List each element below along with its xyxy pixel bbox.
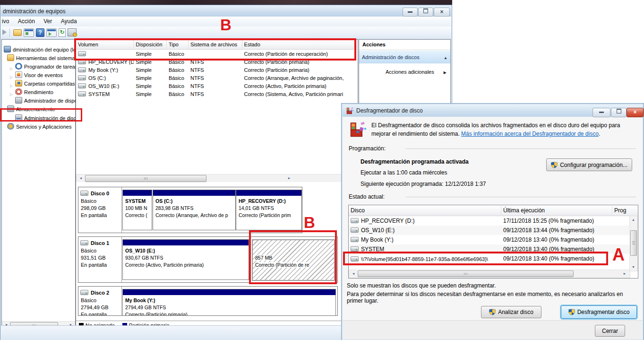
partition-hp-recovery[interactable]: HP_RECOVERY (D:)14,01 GB NTFSCorrecto (P… bbox=[236, 190, 302, 230]
close-button[interactable] bbox=[627, 108, 644, 117]
minimize-button[interactable] bbox=[592, 108, 610, 117]
disk-size: 2794,49 GB bbox=[81, 305, 109, 310]
disk-type: Básico bbox=[81, 248, 96, 253]
scroll-down-icon[interactable] bbox=[630, 264, 636, 270]
defrag-note-1: Solo se muestran los discos que se puede… bbox=[347, 282, 496, 289]
configure-schedule-button[interactable]: Configurar programación... bbox=[546, 158, 632, 171]
expand-arrow-icon[interactable] bbox=[10, 72, 13, 80]
column-header-disco[interactable]: Disco bbox=[349, 206, 501, 215]
expand-arrow-icon[interactable] bbox=[10, 89, 13, 97]
defrag-list-header: Disco Última ejecución Prog bbox=[349, 205, 638, 216]
defrag-titlebar[interactable]: Desfragmentador de disco bbox=[343, 105, 643, 117]
tree-item-programador-de-tareas[interactable]: Programador de tareas bbox=[15, 63, 77, 70]
volume-icon bbox=[78, 83, 86, 88]
menu-archivo[interactable]: ivo bbox=[1, 17, 12, 26]
scroll-left-icon[interactable] bbox=[350, 270, 357, 277]
defrag-list-vertical-scrollbar[interactable] bbox=[629, 216, 638, 271]
scrollbar-thumb[interactable] bbox=[358, 270, 574, 277]
actions-item-acciones-adicionales[interactable]: Acciones adicionales bbox=[359, 67, 450, 77]
scroll-left-icon[interactable] bbox=[77, 175, 84, 182]
defragment-disk-button[interactable]: Desfragmentar disco bbox=[561, 305, 637, 319]
defrag-list-horizontal-scrollbar[interactable] bbox=[349, 270, 630, 278]
disk-icon bbox=[80, 240, 88, 245]
actions-pane-title: Acciones bbox=[359, 40, 450, 50]
disk-0-panel: Disco 0 Básico 298,09 GB En pantalla SYS… bbox=[78, 187, 302, 233]
minimize-button[interactable] bbox=[403, 8, 418, 17]
console-tree-pane: dministración del equipo (loc Herramient… bbox=[1, 39, 76, 330]
defrag-window-title: Desfragmentador de disco bbox=[356, 107, 423, 114]
refresh-icon[interactable]: ↻ bbox=[59, 28, 66, 37]
scroll-right-icon[interactable] bbox=[621, 270, 628, 277]
partition-system[interactable]: SYSTEM100 MB NCorrecto ( bbox=[122, 190, 152, 230]
volume-row[interactable]: My Book (Y:) Simple Básico NTFS Correcto… bbox=[76, 66, 357, 74]
tree-item-herramientas-del-sistema[interactable]: Herramientas del sistema bbox=[7, 54, 75, 61]
scrollbar-thumb[interactable] bbox=[630, 230, 637, 256]
main-window-title: dministración de equipos bbox=[3, 8, 66, 15]
tree-item-servicios-y-aplicaciones[interactable]: Servicios y Aplicaciones bbox=[7, 123, 71, 130]
menu-ver[interactable]: Ver bbox=[40, 17, 55, 26]
defrag-disk-list: Disco Última ejecución Prog HP_RECOVERY … bbox=[348, 205, 638, 279]
volume-row[interactable]: SYSTEM Simple Básico NTFS Correcto (Sist… bbox=[76, 90, 357, 98]
tree-item-carpetas-compartidas[interactable]: Carpetas compartidas bbox=[15, 80, 75, 87]
disk-settings-icon[interactable] bbox=[73, 33, 77, 37]
console-window-icon[interactable] bbox=[25, 29, 33, 31]
minimize-icon bbox=[599, 110, 604, 114]
maximize-button[interactable] bbox=[611, 108, 627, 117]
disk-name: Disco 2 bbox=[91, 290, 109, 296]
help-icon[interactable]: ? bbox=[36, 28, 44, 37]
collapse-icon[interactable] bbox=[444, 54, 447, 60]
disk-status: En pantalla bbox=[81, 312, 107, 316]
cerrar-button[interactable]: Cerrar bbox=[595, 325, 625, 337]
scrollbar-thumb[interactable] bbox=[85, 175, 206, 182]
uac-shield-icon bbox=[551, 162, 558, 168]
maximize-icon bbox=[617, 110, 621, 114]
partition-os-c[interactable]: OS (C:)283,98 GB NTFSCorrecto (Arranque,… bbox=[153, 190, 236, 230]
defrag-app-icon-large bbox=[350, 120, 367, 139]
partition-os-w10[interactable]: OS_W10 (E:)930,67 GB NTFSCorrecto (Activ… bbox=[122, 239, 249, 280]
scroll-up-icon[interactable] bbox=[630, 217, 636, 223]
volume-row[interactable]: OS (C:) Simple Básico NTFS Correcto (Arr… bbox=[76, 74, 357, 82]
column-header-ultima-ejecucion[interactable]: Última ejecución bbox=[501, 206, 612, 215]
main-titlebar[interactable]: dministración de equipos bbox=[1, 6, 451, 17]
defrag-disk-row[interactable]: My Book (Y:) 09/12/2018 13:40 (0% fragme… bbox=[349, 235, 638, 244]
maximize-button[interactable] bbox=[418, 8, 433, 17]
expand-arrow-icon[interactable] bbox=[10, 63, 13, 72]
scroll-right-icon[interactable] bbox=[286, 175, 292, 182]
device-manager-icon bbox=[15, 97, 22, 104]
expand-arrow-icon[interactable] bbox=[10, 80, 13, 89]
show-window-icon[interactable] bbox=[47, 29, 56, 31]
defrag-more-info-link[interactable]: Más información acerca del Desfragmentad… bbox=[461, 131, 599, 137]
system-tools-icon bbox=[7, 54, 14, 61]
disk-status: En pantalla bbox=[81, 212, 107, 218]
schedule-section-label: Programación: bbox=[349, 145, 386, 152]
tree-item-computer-management[interactable]: dministración del equipo (loc bbox=[4, 46, 78, 52]
defrag-disk-row[interactable]: HP_RECOVERY (D:) 17/11/2018 15:25 (0% fr… bbox=[349, 216, 638, 226]
schedule-status: Desfragmentación programada activada bbox=[361, 158, 469, 165]
event-viewer-icon bbox=[17, 73, 20, 76]
partition-my-book[interactable]: My Book (Y:)2794,49 GB NTFSCorrecto (Par… bbox=[122, 289, 336, 316]
export-list-icon[interactable] bbox=[13, 29, 22, 36]
current-state-label: Estado actual: bbox=[349, 193, 385, 200]
menu-accion[interactable]: Acción bbox=[15, 17, 38, 26]
analyze-disk-button[interactable]: Analizar disco bbox=[481, 306, 541, 318]
disk-label-divider bbox=[121, 237, 122, 282]
computer-icon bbox=[4, 46, 11, 52]
forward-icon[interactable] bbox=[2, 29, 7, 35]
section-separator bbox=[406, 197, 636, 197]
tree-item-administrador-de-dispositivos[interactable]: Administrador de dispo bbox=[15, 97, 77, 104]
console-pane-icon bbox=[26, 32, 28, 35]
defrag-disk-row[interactable]: OS_W10 (E:) 09/12/2018 13:44 (0% fragmen… bbox=[349, 226, 638, 235]
tree-item-visor-de-eventos[interactable]: Visor de eventos bbox=[15, 71, 63, 78]
close-icon bbox=[440, 10, 443, 15]
disk-icon bbox=[351, 218, 359, 223]
actions-section-administracion-de-discos[interactable]: Administración de discos bbox=[359, 51, 450, 63]
column-header-progreso[interactable]: Prog bbox=[612, 206, 635, 215]
defrag-app-icon bbox=[346, 107, 354, 114]
close-button[interactable] bbox=[434, 8, 450, 17]
submenu-arrow-icon[interactable] bbox=[444, 69, 447, 75]
menu-ayuda[interactable]: Ayuda bbox=[58, 17, 80, 26]
tree-item-rendimiento[interactable]: Rendimiento bbox=[15, 88, 53, 95]
uac-shield-icon bbox=[489, 309, 496, 315]
disk-name: Disco 1 bbox=[91, 240, 109, 246]
volume-row[interactable]: OS_W10 (E:) Simple Básico NTFS Correcto … bbox=[76, 82, 357, 90]
